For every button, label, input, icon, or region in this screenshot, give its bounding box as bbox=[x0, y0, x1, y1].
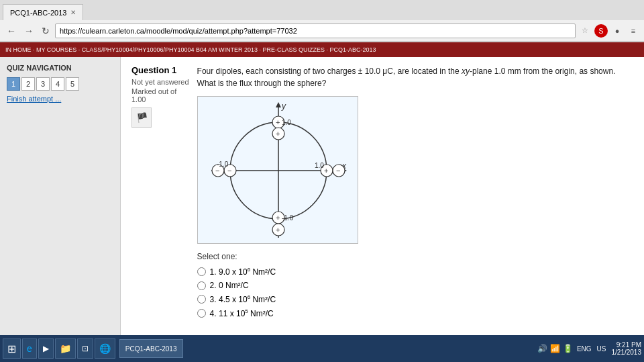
svg-text:-1.0: -1.0 bbox=[282, 214, 294, 222]
browser-tab[interactable]: PCQ1-ABC-2013 ✕ bbox=[3, 4, 83, 20]
svg-text:y: y bbox=[281, 101, 286, 111]
option-3-radio[interactable] bbox=[197, 295, 206, 304]
sidebar-title: QUIZ NAVIGATION bbox=[7, 64, 113, 72]
option-3-label[interactable]: 3. 4.5 x 106 Nm²/C bbox=[210, 294, 276, 304]
tray-icon-3: 🔋 bbox=[563, 344, 573, 353]
flag-button[interactable]: 🏴 bbox=[131, 107, 152, 128]
question-label: Question 1 bbox=[131, 65, 189, 75]
question-info: Question 1 Not yet answered Marked out o… bbox=[131, 65, 189, 128]
breadcrumb: IN HOME · MY COURSES · CLASS/PHY10004/PH… bbox=[0, 42, 644, 57]
svg-text:+: + bbox=[276, 214, 280, 222]
option-3: 3. 4.5 x 106 Nm²/C bbox=[197, 294, 633, 304]
option-1-radio[interactable] bbox=[197, 267, 206, 276]
quiz-navigation-sidebar: QUIZ NAVIGATION 1 2 3 4 5 Finish attempt… bbox=[0, 57, 121, 336]
svg-text:+: + bbox=[324, 167, 328, 175]
forward-button[interactable]: → bbox=[21, 24, 36, 38]
question-body: Four dipoles, each consisting of two cha… bbox=[197, 65, 633, 322]
option-2-radio[interactable] bbox=[197, 281, 206, 290]
question-text: Four dipoles, each consisting of two cha… bbox=[197, 65, 633, 89]
option-4-label[interactable]: 4. 11 x 105 Nm²/C bbox=[210, 308, 274, 318]
taskbar-active-window[interactable]: PCQ1-ABC-2013 bbox=[119, 339, 183, 358]
quiz-nav-item-1[interactable]: 1 bbox=[7, 77, 20, 91]
quiz-nav-item-2[interactable]: 2 bbox=[21, 77, 35, 91]
option-1-label[interactable]: 1. 9.0 x 106 Nm²/C bbox=[210, 267, 276, 277]
svg-text:1.0: 1.0 bbox=[315, 162, 324, 169]
taskbar-lang: ENG bbox=[577, 345, 592, 353]
bookmark-icon[interactable]: ☆ bbox=[578, 24, 592, 38]
address-bar[interactable] bbox=[55, 24, 576, 38]
taskbar-folder-button[interactable]: 📁 bbox=[55, 338, 76, 359]
back-button[interactable]: ← bbox=[4, 24, 19, 38]
svg-text:+: + bbox=[276, 130, 280, 138]
option-4: 4. 11 x 105 Nm²/C bbox=[197, 308, 633, 318]
taskbar-date: 1/21/2013 bbox=[612, 349, 642, 356]
diagram-container: y x + 1.0 + − bbox=[197, 96, 358, 244]
browser-chrome: PCQ1-ABC-2013 ✕ ← → ↻ ☆ S ● ≡ bbox=[0, 0, 644, 42]
tray-icon-1: 🔊 bbox=[537, 344, 547, 353]
system-tray: 🔊 📶 🔋 bbox=[537, 344, 573, 353]
option-2-label[interactable]: 2. 0 Nm²/C bbox=[210, 281, 249, 290]
charges-word: charges bbox=[327, 66, 356, 76]
tab-title: PCQ1-ABC-2013 bbox=[10, 9, 66, 17]
quiz-nav-item-4[interactable]: 4 bbox=[51, 77, 64, 91]
extension-icon[interactable]: ● bbox=[610, 24, 624, 38]
select-one-label: Select one: bbox=[197, 252, 633, 261]
taskbar-win-button[interactable]: ⊡ bbox=[77, 338, 93, 359]
breadcrumb-text: IN HOME · MY COURSES · CLASS/PHY10004/PH… bbox=[5, 46, 376, 53]
nav-icons: ☆ S ● ≡ bbox=[578, 24, 640, 38]
security-icon[interactable]: S bbox=[594, 24, 608, 38]
diagram-svg: y x + 1.0 + − bbox=[198, 97, 359, 244]
tab-bar: PCQ1-ABC-2013 ✕ bbox=[0, 0, 644, 20]
tray-icon-2: 📶 bbox=[550, 344, 560, 353]
taskbar-right: 🔊 📶 🔋 ENG US 9:21 PM 1/21/2013 bbox=[537, 341, 641, 356]
svg-text:-1.0: -1.0 bbox=[217, 161, 229, 168]
question-header: Question 1 Not yet answered Marked out o… bbox=[131, 65, 633, 322]
option-1: 1. 9.0 x 106 Nm²/C bbox=[197, 267, 633, 277]
tab-close-button[interactable]: ✕ bbox=[70, 9, 76, 16]
quiz-nav-item-5[interactable]: 5 bbox=[66, 77, 79, 91]
not-answered-label: Not yet answered bbox=[131, 78, 189, 86]
taskbar-clock-area: ENG US 9:21 PM 1/21/2013 bbox=[577, 341, 641, 356]
taskbar: ⊞ e ▶ 📁 ⊡ 🌐 PCQ1-ABC-2013 🔊 📶 🔋 ENG US 9… bbox=[0, 335, 644, 362]
svg-text:+: + bbox=[276, 118, 280, 126]
svg-text:1.0: 1.0 bbox=[282, 119, 291, 126]
taskbar-chrome-button[interactable]: 🌐 bbox=[95, 338, 115, 359]
svg-text:+: + bbox=[276, 226, 280, 234]
menu-icon[interactable]: ≡ bbox=[627, 24, 640, 38]
content-area: Question 1 Not yet answered Marked out o… bbox=[121, 57, 644, 336]
marked-out-label: Marked out of 1.00 bbox=[131, 87, 189, 103]
finish-attempt-link[interactable]: Finish attempt ... bbox=[7, 95, 113, 103]
taskbar-clock: 9:21 PM 1/21/2013 bbox=[612, 341, 642, 356]
quiz-nav-numbers: 1 2 3 4 5 bbox=[7, 77, 113, 91]
quiz-nav-item-3[interactable]: 3 bbox=[36, 77, 50, 91]
start-button[interactable]: ⊞ bbox=[3, 338, 21, 359]
option-2: 2. 0 Nm²/C bbox=[197, 281, 633, 290]
taskbar-region: US bbox=[597, 345, 606, 353]
taskbar-time: 9:21 PM bbox=[612, 341, 642, 349]
svg-text:−: − bbox=[336, 167, 340, 175]
taskbar-media-button[interactable]: ▶ bbox=[38, 338, 54, 359]
refresh-button[interactable]: ↻ bbox=[39, 24, 52, 38]
option-4-radio[interactable] bbox=[197, 309, 206, 318]
svg-marker-2 bbox=[276, 102, 281, 107]
taskbar-ie-button[interactable]: e bbox=[22, 338, 37, 359]
nav-bar: ← → ↻ ☆ S ● ≡ bbox=[0, 20, 644, 42]
